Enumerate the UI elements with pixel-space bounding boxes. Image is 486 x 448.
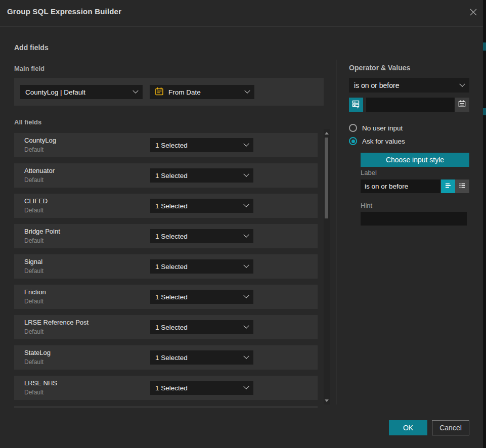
field-name: Friction: [24, 288, 46, 296]
field-values-dropdown[interactable]: 1 Selected: [150, 259, 253, 274]
layer-dropdown-value: CountyLog | Default: [25, 88, 85, 96]
field-values-dropdown[interactable]: 1 Selected: [150, 138, 253, 152]
field-subtitle: Default: [24, 207, 43, 214]
scrollbar-thumb[interactable]: [325, 138, 328, 218]
chevron-down-icon: [243, 384, 249, 389]
all-fields-list: CountyLog Default 1 Selected Attenuator …: [14, 133, 318, 408]
field-row-signal: Signal Default 1 Selected: [14, 254, 318, 279]
chevron-down-icon: [243, 202, 249, 207]
field-row-bridge-point: Bridge Point Default 1 Selected: [14, 224, 318, 248]
selected-count: 1 Selected: [155, 324, 188, 331]
hint-input[interactable]: [361, 212, 467, 226]
background-app-edge: [483, 0, 486, 448]
chevron-down-icon: [132, 88, 138, 94]
hint-field-label: Hint: [361, 202, 372, 209]
chevron-down-icon: [243, 262, 249, 268]
field-name: Signal: [24, 258, 42, 265]
all-fields-label: All fields: [14, 118, 41, 126]
operator-dropdown[interactable]: is on or before: [349, 78, 469, 93]
field-row-lrse-nhs: LRSE NHS Default 1 Selected: [14, 376, 318, 400]
calendar-icon: [458, 100, 466, 110]
operator-values-heading: Operator & Values: [349, 64, 410, 72]
panel-divider: [336, 60, 336, 405]
chevron-down-icon: [244, 88, 250, 94]
field-values-dropdown[interactable]: 1 Selected: [150, 350, 253, 365]
choose-input-style-button[interactable]: Choose input style: [361, 153, 469, 167]
field-name: LRSE NHS: [24, 379, 57, 387]
field-name: StateLog: [24, 349, 51, 356]
selected-count: 1 Selected: [155, 354, 188, 362]
chevron-down-icon: [243, 323, 249, 329]
field-row-clipped: [14, 406, 318, 408]
close-icon: [469, 8, 477, 18]
chevron-down-icon: [243, 353, 249, 359]
field-subtitle: Default: [24, 298, 43, 305]
selected-count: 1 Selected: [155, 202, 188, 210]
chevron-down-icon: [243, 232, 249, 238]
align-left-icon: [444, 182, 452, 191]
radio-ask-for-values[interactable]: Ask for values: [349, 137, 405, 145]
ok-button[interactable]: OK: [389, 420, 427, 435]
chevron-down-icon: [243, 293, 249, 298]
text-input-style-button[interactable]: [441, 180, 455, 193]
field-row-statelog: StateLog Default 1 Selected: [14, 345, 318, 370]
field-subtitle: Default: [24, 359, 43, 366]
background-app-accent: [483, 108, 486, 115]
list-input-style-button[interactable]: [455, 180, 469, 193]
field-subtitle: Default: [24, 328, 43, 335]
label-input[interactable]: [361, 180, 440, 193]
scrollbar-down-arrow-icon[interactable]: [325, 399, 329, 402]
field-name: CountyLog: [24, 137, 56, 144]
field-values-dropdown[interactable]: 1 Selected: [150, 199, 253, 213]
field-values-dropdown[interactable]: 1 Selected: [150, 290, 253, 304]
radio-no-user-input[interactable]: No user input: [349, 124, 403, 132]
field-row-lrse-reference-post: LRSE Reference Post Default 1 Selected: [14, 315, 318, 339]
field-name: CLIFED: [24, 197, 48, 205]
chevron-down-icon: [243, 141, 249, 147]
main-field-label: Main field: [14, 65, 45, 72]
selected-count: 1 Selected: [155, 293, 188, 301]
background-app-accent: [483, 42, 486, 51]
date-picker-button[interactable]: [455, 98, 469, 112]
dialog-title: Group SQL Expression Builder: [7, 7, 121, 16]
field-subtitle: Default: [24, 267, 43, 275]
main-field-date-dropdown[interactable]: From Date: [150, 85, 254, 99]
selected-count: 1 Selected: [155, 384, 188, 392]
chevron-down-icon: [243, 171, 249, 177]
radio-unselected-icon: [349, 124, 357, 132]
bulleted-list-icon: [458, 182, 466, 191]
label-field-label: Label: [361, 169, 377, 176]
main-field-container: CountyLog | Default From Date: [14, 78, 324, 106]
selected-count: 1 Selected: [155, 142, 188, 149]
field-values-dropdown[interactable]: 1 Selected: [150, 381, 253, 395]
value-input[interactable]: [366, 98, 455, 112]
selected-count: 1 Selected: [155, 172, 188, 180]
chevron-down-icon: [459, 81, 465, 86]
date-dropdown-value: From Date: [168, 88, 201, 96]
calendar-icon: [155, 87, 164, 98]
selected-count: 1 Selected: [155, 263, 188, 271]
operator-dropdown-value: is on or before: [354, 81, 400, 89]
field-subtitle: Default: [24, 176, 43, 184]
field-subtitle: Default: [24, 237, 43, 244]
field-row-attenuator: Attenuator Default 1 Selected: [14, 163, 318, 188]
main-field-layer-dropdown[interactable]: CountyLog | Default: [20, 85, 143, 99]
field-row-clifed: CLIFED Default 1 Selected: [14, 194, 318, 218]
field-values-dropdown[interactable]: 1 Selected: [150, 229, 253, 243]
field-row-countylog: CountyLog Default 1 Selected: [14, 133, 318, 157]
field-name: LRSE Reference Post: [24, 319, 89, 326]
field-values-dropdown[interactable]: 1 Selected: [150, 168, 253, 183]
field-name: Attenuator: [24, 167, 55, 174]
add-fields-heading: Add fields: [14, 43, 49, 52]
radio-label: No user input: [362, 124, 403, 132]
input-type-selector-button[interactable]: [349, 98, 363, 112]
title-divider: [0, 26, 483, 26]
close-button[interactable]: [467, 7, 479, 19]
scrollbar-up-arrow-icon[interactable]: [325, 132, 329, 135]
radio-label: Ask for values: [362, 138, 405, 145]
cancel-button[interactable]: Cancel: [432, 420, 469, 435]
field-values-dropdown[interactable]: 1 Selected: [150, 320, 253, 334]
field-subtitle: Default: [24, 389, 43, 396]
selected-count: 1 Selected: [155, 233, 188, 240]
group-sql-expression-builder-dialog: Group SQL Expression Builder Add fields …: [0, 0, 486, 448]
